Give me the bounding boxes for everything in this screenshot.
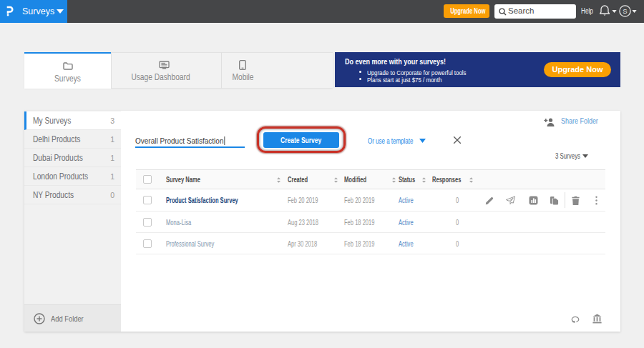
svg-text:S: S xyxy=(623,7,627,15)
